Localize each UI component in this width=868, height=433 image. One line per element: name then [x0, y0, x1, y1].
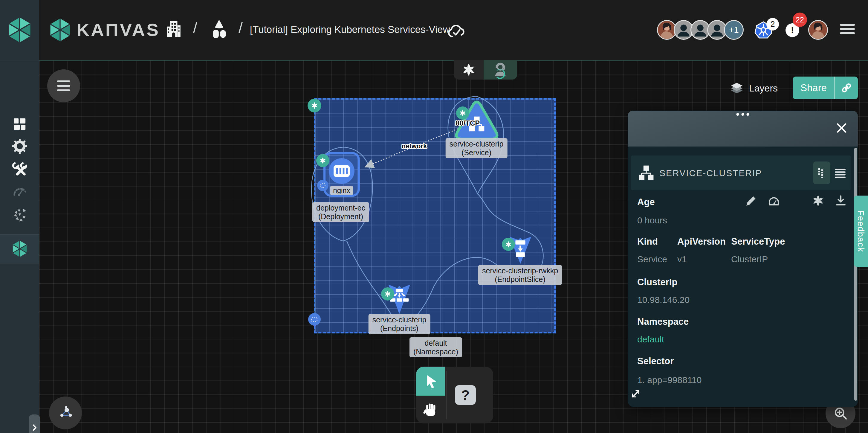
- dashboard-gauge-icon[interactable]: [768, 194, 780, 207]
- canvas-top-toolbar: [454, 60, 517, 80]
- field-value-age: 0 hours: [637, 215, 667, 226]
- meshery-tool-button[interactable]: [454, 60, 484, 80]
- organization-breadcrumb[interactable]: [165, 19, 182, 40]
- sidebar-item-lifecycle[interactable]: [12, 139, 27, 154]
- feedback-tab[interactable]: Feedback: [854, 196, 868, 267]
- copy-link-button[interactable]: [835, 77, 858, 99]
- brand-text: KAΠVAS: [76, 20, 160, 40]
- sidebar-logo[interactable]: [0, 0, 39, 60]
- notification-count-badge: 22: [793, 12, 807, 27]
- edit-icon[interactable]: [745, 194, 757, 207]
- zoom-in-icon: [833, 406, 848, 421]
- sidebar-item-kanvas[interactable]: [11, 240, 28, 258]
- deployment-status-badge[interactable]: [317, 180, 329, 191]
- field-label-clusterip: ClusterIp: [637, 277, 677, 288]
- field-value-kind: Service: [637, 254, 667, 264]
- meshery-action-icon[interactable]: [812, 194, 824, 207]
- panel-header[interactable]: [628, 111, 858, 147]
- gauge-icon: [12, 183, 27, 198]
- panel-scrollbar[interactable]: [854, 148, 857, 401]
- download-icon[interactable]: [835, 194, 847, 207]
- layers-control[interactable]: Layers: [730, 81, 778, 95]
- node-label-namespace[interactable]: default (Namespace): [409, 337, 462, 357]
- canvas-menu-button[interactable]: [47, 69, 80, 102]
- designs-breadcrumb[interactable]: [210, 19, 228, 41]
- gears-icon: [12, 139, 27, 154]
- shapes-icon: [210, 19, 228, 40]
- select-mode-button[interactable]: [416, 367, 445, 396]
- design-title[interactable]: [Tutorial] Exploring Kubernetes Services…: [250, 24, 450, 35]
- selection-meshery-badge[interactable]: [308, 99, 321, 112]
- sidebar-item-extensions[interactable]: [12, 207, 28, 223]
- field-label-age: Age: [637, 197, 655, 207]
- kanvas-hexagon-icon: [11, 240, 28, 258]
- node-label-endpoints[interactable]: service-clusterip (Endpoints): [369, 314, 430, 334]
- notifications-button[interactable]: ! 22: [785, 23, 806, 41]
- field-value-servicetype: ClusterIP: [731, 254, 768, 264]
- pan-mode-button[interactable]: [416, 396, 445, 424]
- loading-spinner: [495, 69, 505, 79]
- node-label-endpointslice[interactable]: service-clusterip-rwkkp (EndpointSlice): [478, 265, 562, 285]
- kubernetes-context-count: 2: [766, 18, 779, 30]
- brand[interactable]: KAΠVAS: [49, 17, 160, 42]
- cloud-sync-status: [447, 23, 466, 40]
- help-mode-button[interactable]: ?: [455, 385, 476, 405]
- details-panel: SERVICE-CLUSTERIP Age 0 hours Kind ApiVe…: [628, 111, 858, 407]
- field-value-namespace-link[interactable]: default: [637, 334, 664, 345]
- field-value-apiversion: v1: [677, 254, 687, 264]
- layers-icon: [730, 81, 744, 95]
- resource-title-bar: SERVICE-CLUSTERIP: [631, 155, 851, 190]
- field-label-kind: Kind: [637, 236, 658, 247]
- left-sidebar: ? v0.8.132: [0, 60, 39, 433]
- field-value-clusterip: 10.98.146.20: [637, 295, 689, 305]
- graph-icon: [58, 405, 73, 421]
- selection-handle-badge[interactable]: [308, 313, 321, 326]
- sidebar-item-performance[interactable]: [12, 183, 27, 198]
- close-icon[interactable]: [836, 122, 848, 134]
- sidebar-item-dashboard[interactable]: [13, 117, 27, 131]
- node-label-service[interactable]: service-clusterip (Service): [446, 138, 507, 158]
- pie-triangles-icon: [12, 207, 28, 223]
- collaborator-avatars[interactable]: +1: [657, 20, 744, 40]
- node-label-deployment[interactable]: deployment-ec (Deployment): [312, 202, 369, 222]
- edge-label: network: [402, 142, 427, 150]
- share-button[interactable]: Share: [793, 77, 858, 99]
- profile-avatar[interactable]: [808, 20, 828, 40]
- hand-icon: [423, 402, 438, 417]
- drag-handle-icon[interactable]: [737, 113, 749, 116]
- service-port-label: 80/TCP: [456, 119, 480, 127]
- service-meshery-badge[interactable]: [456, 107, 469, 120]
- dashboard-icon: [13, 117, 27, 131]
- hamburger-icon: [840, 24, 855, 26]
- field-value-selector: 1. app=9988110: [637, 375, 702, 385]
- list-view-icon: [834, 167, 846, 179]
- header-menu-button[interactable]: [840, 24, 855, 34]
- menu-icon: [57, 81, 70, 82]
- brand-icon: [49, 17, 72, 42]
- compact-view-icon: [816, 167, 828, 179]
- endpointslice-meshery-badge[interactable]: [502, 238, 515, 251]
- cursor-icon: [423, 374, 438, 389]
- avatar-overflow[interactable]: +1: [724, 20, 744, 40]
- link-icon: [840, 82, 852, 94]
- endpoints-meshery-badge[interactable]: [381, 287, 394, 300]
- sidebar-expand-tab[interactable]: [29, 414, 40, 433]
- resize-expand-icon[interactable]: [630, 388, 642, 400]
- field-label-selector: Selector: [637, 356, 674, 367]
- view-toggle-list[interactable]: [833, 166, 847, 180]
- container-name-label: nginx: [330, 186, 353, 195]
- field-label-apiversion: ApiVersion: [677, 236, 726, 247]
- sidebar-item-configuration[interactable]: [12, 162, 27, 177]
- chevron-right-icon: [30, 423, 39, 432]
- container-icon: [333, 163, 350, 179]
- graph-layout-button[interactable]: [49, 397, 82, 429]
- support-tool-button[interactable]: [484, 60, 517, 80]
- field-label-namespace: Namespace: [637, 316, 689, 327]
- cloud-check-icon: [447, 23, 466, 39]
- organization-icon: [165, 19, 182, 39]
- field-label-servicetype: ServiceType: [731, 236, 785, 247]
- kubernetes-context-button[interactable]: 2: [754, 21, 778, 41]
- meshery-icon: [462, 63, 475, 77]
- deployment-meshery-badge[interactable]: [316, 154, 330, 167]
- view-toggle-compact[interactable]: [813, 162, 830, 184]
